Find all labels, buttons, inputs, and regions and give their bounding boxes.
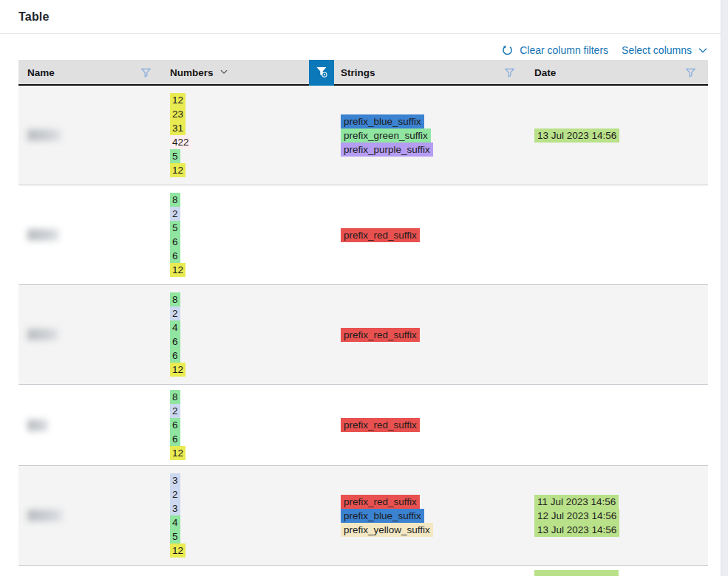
strings-cell: prefix_red_suffixprefix_blue_suffixprefi… [334,473,523,558]
table-body: 122331422512prefix_blue_suffixprefix_gre… [18,86,708,576]
vertical-scrollbar[interactable] [721,0,728,576]
table-header: Name Numbers [18,60,708,86]
table-toolbar: Clear column filters Select columns [18,41,708,60]
string-chip: prefix_red_suffix [341,418,420,432]
sort-chevron-icon [220,67,228,78]
column-header-strings[interactable]: Strings [334,60,523,86]
column-header-name[interactable]: Name [18,60,159,86]
table-row[interactable] [18,566,708,576]
clear-column-filters-label: Clear column filters [520,44,608,56]
highlighted-number: 6 [170,235,180,249]
filter-icon-name[interactable] [139,66,153,80]
strings-cell: prefix_red_suffix [334,292,523,377]
clear-column-filters-button[interactable]: Clear column filters [501,44,608,57]
string-chip: prefix_green_suffix [341,128,431,143]
table-page: Table Clear column filters Select column… [0,0,728,576]
date-cell [523,570,708,576]
filter-applied-icon [316,66,327,80]
reset-icon [501,44,514,57]
highlighted-number: 5 [170,221,180,235]
highlighted-number: 6 [170,249,180,263]
highlighted-number: 23 [170,107,186,121]
chevron-down-icon [698,45,708,55]
active-filter-button-numbers[interactable] [309,60,334,86]
name-cell [18,570,159,576]
highlighted-number: 12 [170,93,186,107]
date-chip: 13 Jul 2023 14:56 [534,523,619,537]
redacted-name [27,419,48,431]
name-cell [18,193,159,277]
redacted-name [27,229,59,241]
highlighted-number: 12 [170,544,186,558]
highlighted-number: 6 [170,335,180,349]
table-row[interactable]: 3234512prefix_red_suffixprefix_blue_suff… [18,466,708,566]
highlighted-number: 6 [170,418,180,432]
select-columns-label: Select columns [622,44,692,56]
select-columns-button[interactable]: Select columns [622,44,708,56]
string-chip: prefix_blue_suffix [341,114,424,128]
date-chip: 11 Jul 2023 14:56 [534,495,619,509]
filter-icon-date[interactable] [684,66,698,80]
highlighted-number: 5 [170,149,180,163]
data-table: Name Numbers [18,60,708,576]
numbers-cell [159,570,334,576]
highlighted-number: 31 [170,121,186,135]
numbers-cell: 826612 [159,390,334,460]
column-header-numbers[interactable]: Numbers [159,60,334,86]
string-chip: prefix_red_suffix [341,228,420,242]
title-bar: Table [0,0,728,34]
numbers-cell: 8246612 [159,292,334,377]
numbers-cell: 122331422512 [159,93,334,177]
strings-cell: prefix_blue_suffixprefix_green_suffixpre… [334,93,523,177]
date-cell [523,292,708,377]
table-row[interactable]: 8256612prefix_red_suffix [18,185,708,285]
numbers-cell: 3234512 [159,473,334,558]
name-cell [18,93,159,177]
string-chip: prefix_red_suffix [341,328,420,342]
column-label-numbers: Numbers [170,67,214,78]
column-label-name: Name [27,67,55,78]
column-label-strings: Strings [341,67,375,78]
string-chip: prefix_purple_suffix [341,143,433,157]
redacted-name [27,329,58,340]
highlighted-number: 4 [170,320,180,335]
string-chip: prefix_yellow_suffix [341,523,433,537]
strings-cell [334,570,523,576]
highlighted-number: 6 [170,349,180,363]
table-row[interactable]: 826612prefix_red_suffix [18,385,708,466]
name-cell [18,390,159,460]
numbers-cell: 8256612 [159,193,334,277]
column-header-date[interactable]: Date [523,60,708,86]
date-chip [534,570,619,576]
name-cell [18,473,159,558]
strings-cell: prefix_red_suffix [334,193,523,277]
highlighted-number: 12 [170,363,186,377]
date-cell [523,390,708,460]
table-row[interactable]: 122331422512prefix_blue_suffixprefix_gre… [18,86,708,185]
highlighted-number: 12 [170,263,186,277]
highlighted-number: 2 [170,207,180,221]
string-chip: prefix_red_suffix [341,495,420,509]
highlighted-number: 422 [170,135,191,149]
highlighted-number: 2 [170,306,180,320]
highlighted-number: 2 [170,487,180,501]
filter-icon-strings[interactable] [503,66,517,80]
table-row[interactable]: 8246612prefix_red_suffix [18,285,708,385]
highlighted-number: 4 [170,515,180,529]
highlighted-number: 2 [170,404,180,418]
redacted-name [27,129,61,141]
highlighted-number: 3 [170,473,180,487]
highlighted-number: 5 [170,529,180,544]
highlighted-number: 12 [170,446,186,460]
page-title: Table [18,10,50,24]
highlighted-number: 8 [170,292,180,306]
strings-cell: prefix_red_suffix [334,390,523,460]
highlighted-number: 3 [170,501,180,515]
string-chip: prefix_blue_suffix [341,509,424,523]
date-cell: 11 Jul 2023 14:5612 Jul 2023 14:5613 Jul… [523,473,708,558]
highlighted-number: 12 [170,163,186,177]
date-chip: 12 Jul 2023 14:56 [534,509,619,523]
date-cell [523,193,708,277]
date-cell: 13 Jul 2023 14:56 [523,93,708,177]
date-chip: 13 Jul 2023 14:56 [534,128,619,143]
